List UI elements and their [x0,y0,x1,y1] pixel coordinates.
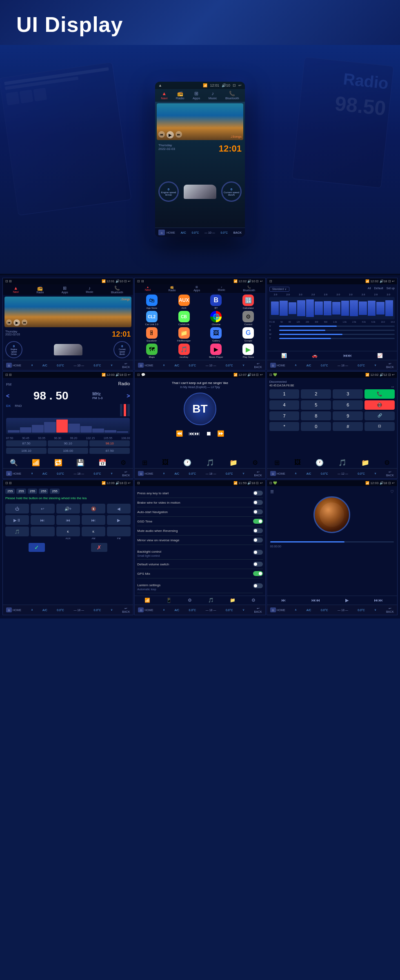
p9-menu-icon[interactable]: ☰ [270,489,274,494]
p5-music-icon[interactable]: 🎵 [206,459,214,467]
app-chrome[interactable]: 🌐 Chrome [201,311,231,326]
p2-back-btn[interactable]: ↩BACK [254,362,262,368]
p6-key-3[interactable]: 3 [333,389,363,399]
p4-next-freq[interactable]: > [127,393,130,399]
p8-phone-icon[interactable]: 📱 [166,598,172,603]
p9-play3-icon[interactable]: ▶ [345,598,349,603]
eq-car-icon[interactable]: 🚗 [312,353,318,358]
p7-prev-btn[interactable]: ◀ [107,504,131,513]
p8-toggle-1[interactable] [253,491,263,496]
eq-chart-icon[interactable]: 📈 [377,353,383,358]
p8-settings-icon[interactable]: ⚙ [188,598,192,603]
app-carbitlink[interactable]: CB CarbitLink [169,311,199,326]
app-bt[interactable]: B BT [201,295,231,309]
p9-progress-bar[interactable] [270,541,394,542]
p1-back-btn[interactable]: ↩BACK [122,362,130,368]
p5-ffwd-btn[interactable]: ⏩ [217,430,224,437]
p1-home-btn[interactable]: ⌂ HOME [6,363,21,368]
eq-standard-dropdown[interactable]: Standard ∨ [269,287,289,292]
p6-call-btn[interactable]: 📞 [364,389,395,399]
p6-key-8[interactable]: 8 [301,411,331,420]
p7-music-icon[interactable]: 🎵 [5,527,29,540]
p3-back-btn[interactable]: ↩BACK [386,362,394,368]
p4-home-btn[interactable]: ⌂HOME [6,471,21,476]
p4-preset-3[interactable]: 98.10 [89,440,130,446]
app-maps[interactable]: 🗺 Maps [136,344,167,358]
p5-rewind-btn[interactable]: ⏪ [176,430,183,437]
app-carlink[interactable]: CL2 Car Link 2.0 [136,311,167,326]
p6-image-icon[interactable]: 🖼 [294,459,301,467]
p6-link-btn[interactable]: 🔗 [364,411,395,420]
app-equalizer[interactable]: 🎚 Equalizer [136,327,167,342]
p6-hangup-btn[interactable]: 📵 [364,400,395,410]
p8-home-btn[interactable]: ⌂HOME [138,607,153,612]
p4-dx-btn[interactable]: DX [6,404,11,416]
p6-file-icon[interactable]: 📁 [361,459,369,467]
eq-default-btn[interactable]: Default [374,287,383,292]
p4-preset-5[interactable]: 108.00 [48,448,88,454]
p8-music2-icon[interactable]: 🎵 [208,598,214,603]
p5-stop-btn[interactable]: ⏹ [206,430,211,437]
p4-rnd-btn[interactable]: RND [15,404,22,416]
p9-back-btn[interactable]: ↩BACK [386,607,394,613]
p6-key-2[interactable]: 2 [301,389,331,399]
app-google[interactable]: G Google [233,327,264,342]
p1-nav-navi[interactable]: ▲Navi [13,286,19,294]
p1-nav-radio[interactable]: 📻Radio [36,286,44,294]
p6-key-9[interactable]: 9 [333,411,363,420]
p1-next-btn[interactable]: ⏭ [22,319,27,325]
app-playstore[interactable]: ▶ Play Store [233,344,264,358]
p7-home-btn[interactable]: ⌂HOME [6,607,21,612]
p6-key-0[interactable]: 0 [301,422,331,431]
app-calculator[interactable]: 🔢 Calculator [233,295,264,309]
p9-skip-icon[interactable]: ⏭ [281,598,286,603]
p7-next-btn[interactable]: ⏭ [82,515,105,525]
p4-search-icon[interactable]: 🔍 [10,459,18,467]
p6-key-7[interactable]: 7 [269,411,300,420]
p4-signal-icon[interactable]: 📶 [32,459,40,467]
eq-bar-icon[interactable]: 📊 [281,353,287,358]
p9-prev3-icon[interactable]: ⏮⏮ [311,598,320,603]
p4-preset-2[interactable]: 90.10 [48,440,88,446]
p4-prev-freq[interactable]: < [6,393,9,399]
p5-gear-icon[interactable]: ⚙ [252,459,258,467]
p8-toggle-7[interactable] [253,550,263,555]
p7-aux-btn[interactable]: K AUX [56,527,80,540]
p8-back-btn[interactable]: ↩BACK [254,607,262,613]
p9-heart-icon[interactable]: ♡ [390,489,394,494]
eq-all-btn[interactable]: All [368,287,371,292]
p4-loop-icon[interactable]: 🔁 [54,459,62,467]
p7-play2-btn[interactable]: ▶ [107,515,131,525]
p6-gear-icon[interactable]: ⚙ [384,459,390,467]
p4-preset-4[interactable]: 106.10 [6,448,47,454]
p7-mute-btn[interactable]: 🔇 [82,504,105,513]
p1-prev-btn[interactable]: ⏮ [6,319,12,325]
p1-nav-bt[interactable]: 📞Bluetooth [111,286,123,294]
p5-step-btn[interactable]: ⏮⏭ [189,430,200,437]
p1-nav-apps[interactable]: ⊞Apps [62,286,68,294]
p7-vol-up-btn[interactable]: 🔊+ [56,504,80,513]
p6-func-btn[interactable]: ⊡ [364,422,395,431]
p6-grid-icon[interactable]: ⊞ [274,459,280,467]
app-appstore[interactable]: 🛍 App Store [136,295,167,309]
p7-back-btn[interactable]: ↩BACK [122,607,130,613]
p8-gear2-icon[interactable]: ⚙ [251,598,256,603]
p2-nav-radio[interactable]: 📻Radio [168,286,176,292]
p5-clock-icon[interactable]: 🕐 [183,459,191,467]
p6-back-btn[interactable]: ↩BACK [386,470,394,477]
p2-nav-music[interactable]: ♪Music [218,286,225,292]
p3-home-btn[interactable]: ⌂HOME [270,363,285,368]
p4-preset-1[interactable]: 87.50 [6,440,47,446]
p2-nav-apps[interactable]: ⊞Apps [193,286,200,292]
app-gallery[interactable]: 🖼 Gallery [201,327,231,342]
p6-key-1[interactable]: 1 [269,389,300,399]
app-filemanager[interactable]: 📁 FileManager [169,327,199,342]
p8-wifi-icon[interactable]: 📶 [144,598,150,603]
p7-ok-btn[interactable]: ✓ [29,543,45,552]
p7-playpause-btn[interactable]: ▶⏸ [5,515,29,525]
p8-toggle-8[interactable] [253,562,263,567]
p9-home-btn[interactable]: ⌂HOME [270,607,285,612]
p5-image-icon[interactable]: 🖼 [162,459,169,467]
p7-am-btn[interactable]: K AM [82,527,105,540]
p4-preset-6[interactable]: 87.50 [89,448,130,454]
